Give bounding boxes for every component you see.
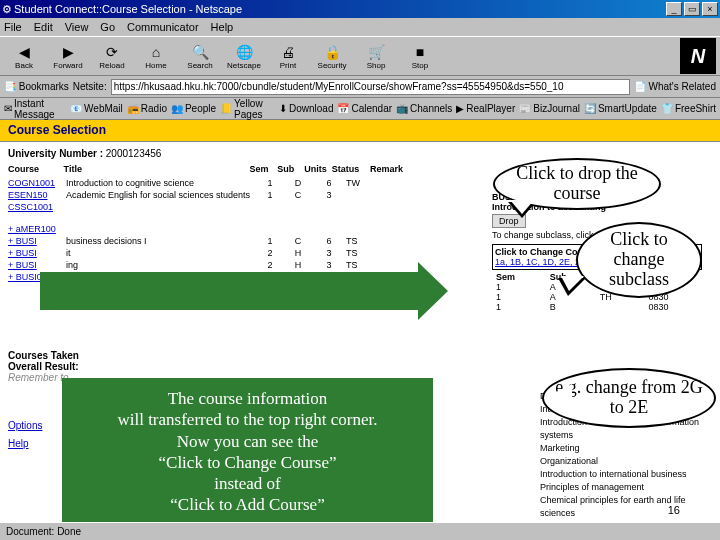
help-link[interactable]: Help bbox=[8, 438, 29, 449]
cell: 1 bbox=[256, 236, 284, 246]
whats-related-button[interactable]: 📄 What's Related bbox=[634, 81, 716, 92]
overall-label: Overall Result: bbox=[8, 361, 79, 372]
cell: 3 bbox=[312, 248, 346, 258]
stop-button[interactable]: ■Stop bbox=[400, 38, 440, 74]
menu-view[interactable]: View bbox=[65, 21, 89, 33]
link-label: RealPlayer bbox=[466, 103, 515, 114]
course-link[interactable]: + BUSI bbox=[8, 260, 66, 270]
menu-go[interactable]: Go bbox=[100, 21, 115, 33]
link-instant-message[interactable]: ✉ Instant Message bbox=[4, 98, 66, 120]
link-label: Yellow Pages bbox=[234, 98, 275, 120]
catalog-item[interactable]: Organizational bbox=[492, 455, 702, 468]
course-title: Academic English for social sciences stu… bbox=[66, 190, 256, 200]
uni-value: 2000123456 bbox=[106, 148, 162, 159]
link-download[interactable]: ⬇ Download bbox=[279, 103, 333, 114]
window-titlebar: ⚙ Student Connect::Course Selection - Ne… bbox=[0, 0, 720, 18]
page-content: Course Selection University Number : 200… bbox=[0, 120, 720, 522]
cell: TS bbox=[346, 236, 386, 246]
cell: C bbox=[284, 190, 312, 200]
netscape-icon: 🌐 bbox=[234, 43, 254, 61]
table-row: CSSC1001 bbox=[8, 202, 418, 212]
link-smartupdate[interactable]: 🔄 SmartUpdate bbox=[584, 103, 657, 114]
search-icon: 🔍 bbox=[190, 43, 210, 61]
link-label: Calendar bbox=[351, 103, 392, 114]
maximize-button[interactable]: ▭ bbox=[684, 2, 700, 16]
search-button[interactable]: 🔍Search bbox=[180, 38, 220, 74]
reload-button[interactable]: ⟳Reload bbox=[92, 38, 132, 74]
col-sub: Sub bbox=[272, 164, 299, 174]
options-link[interactable]: Options bbox=[8, 420, 42, 431]
link-channels[interactable]: 📺 Channels bbox=[396, 103, 452, 114]
catalog-item[interactable]: Principles of management bbox=[492, 481, 702, 494]
window-buttons: _ ▭ × bbox=[666, 2, 718, 16]
col-remark: Remark bbox=[370, 164, 418, 174]
link-webmail[interactable]: 📧 WebMail bbox=[70, 103, 123, 114]
back-button[interactable]: ◀Back bbox=[4, 38, 44, 74]
td bbox=[596, 302, 645, 312]
close-button[interactable]: × bbox=[702, 2, 718, 16]
forward-button[interactable]: ▶Forward bbox=[48, 38, 88, 74]
td: B bbox=[546, 302, 596, 312]
home-button[interactable]: ⌂Home bbox=[136, 38, 176, 74]
stop-icon: ■ bbox=[410, 43, 430, 61]
course-link[interactable]: + BUSI bbox=[8, 248, 66, 258]
link-label: WebMail bbox=[84, 103, 123, 114]
back-icon: ◀ bbox=[14, 43, 34, 61]
shop-button[interactable]: 🛒Shop bbox=[356, 38, 396, 74]
course-link[interactable]: CSSC1001 bbox=[8, 202, 66, 212]
menu-communicator[interactable]: Communicator bbox=[127, 21, 199, 33]
bookmarks-button[interactable]: 📑 Bookmarks bbox=[4, 81, 69, 92]
link-freeshirt[interactable]: 👕 FreeShirt bbox=[661, 103, 716, 114]
cell: H bbox=[284, 260, 312, 270]
link-yellowpages[interactable]: 📒 Yellow Pages bbox=[220, 98, 275, 120]
course-title: Introduction to cognitive science bbox=[66, 178, 256, 188]
catalog-item[interactable]: Introduction to international business bbox=[492, 468, 702, 481]
course-title: it bbox=[66, 248, 256, 258]
col-units: Units bbox=[299, 164, 332, 174]
url-input[interactable] bbox=[111, 79, 630, 95]
status-bar: Document: Done bbox=[0, 522, 720, 540]
security-label: Security bbox=[318, 61, 347, 70]
address-bar: 📑 Bookmarks Netsite: 📄 What's Related bbox=[0, 76, 720, 98]
home-icon: ⌂ bbox=[146, 43, 166, 61]
netscape-button[interactable]: 🌐Netscape bbox=[224, 38, 264, 74]
reload-label: Reload bbox=[99, 61, 124, 70]
link-bizjournal[interactable]: 📰 BizJournal bbox=[519, 103, 580, 114]
print-button[interactable]: 🖨Print bbox=[268, 38, 308, 74]
table-row: COGN1001 Introduction to cognitive scien… bbox=[8, 178, 418, 188]
remember-label: Remember to bbox=[8, 372, 69, 383]
search-label: Search bbox=[187, 61, 212, 70]
col-course: Course bbox=[8, 164, 64, 174]
cell: D bbox=[284, 178, 312, 188]
callout-tail-fill bbox=[556, 384, 572, 405]
course-link[interactable]: + BUSI bbox=[8, 236, 66, 246]
course-link[interactable]: ESEN150 bbox=[8, 190, 66, 200]
link-realplayer[interactable]: ▶ RealPlayer bbox=[456, 103, 515, 114]
annotation-info-box: The course informationwill transferred t… bbox=[62, 378, 433, 522]
catalog-desc: Principles of management bbox=[540, 481, 702, 494]
cell: C bbox=[284, 236, 312, 246]
minimize-button[interactable]: _ bbox=[666, 2, 682, 16]
cell: 6 bbox=[312, 236, 346, 246]
link-people[interactable]: 👥 People bbox=[171, 103, 216, 114]
shop-icon: 🛒 bbox=[366, 43, 386, 61]
col-title: Title bbox=[64, 164, 246, 174]
forward-icon: ▶ bbox=[58, 43, 78, 61]
link-label: Instant Message bbox=[14, 98, 66, 120]
security-button[interactable]: 🔒Security bbox=[312, 38, 352, 74]
menu-file[interactable]: File bbox=[4, 21, 22, 33]
menu-edit[interactable]: Edit bbox=[34, 21, 53, 33]
link-calendar[interactable]: 📅 Calendar bbox=[337, 103, 392, 114]
menu-help[interactable]: Help bbox=[211, 21, 234, 33]
link-label: Download bbox=[289, 103, 333, 114]
link-label: FreeShirt bbox=[675, 103, 716, 114]
table-row: + BUSI ing 2 H 3 TS bbox=[8, 260, 418, 270]
link-radio[interactable]: 📻 Radio bbox=[127, 103, 167, 114]
catalog-code bbox=[492, 390, 540, 403]
catalog-item[interactable]: Introduction to applied chemistry bbox=[492, 520, 702, 522]
course-link[interactable]: + aMER100 bbox=[8, 224, 66, 234]
catalog-item[interactable]: Marketing bbox=[492, 442, 702, 455]
col-sem: Sem bbox=[246, 164, 273, 174]
netscape-label: Netscape bbox=[227, 61, 261, 70]
course-link[interactable]: COGN1001 bbox=[8, 178, 66, 188]
